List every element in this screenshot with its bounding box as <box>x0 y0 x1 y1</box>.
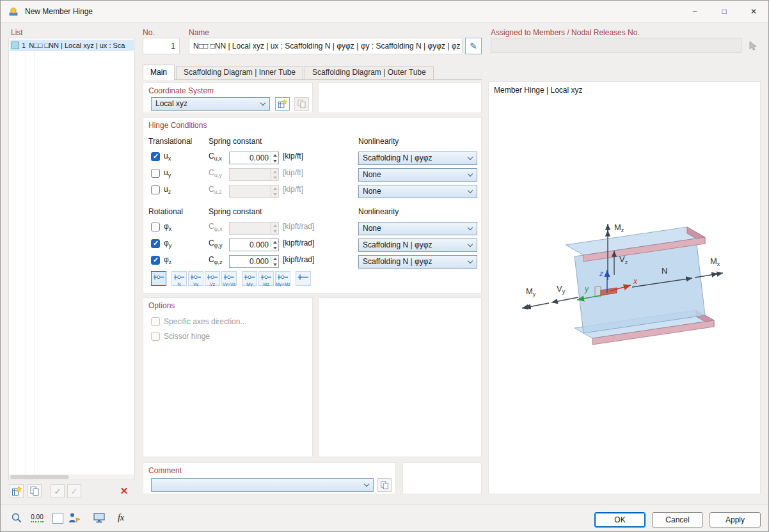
checkbox-scissor-hinge <box>151 332 160 341</box>
coordinate-system-select[interactable]: Local xyz <box>151 97 270 111</box>
select-check-button[interactable]: ✓ <box>51 484 65 498</box>
preset-rigid-button[interactable] <box>296 271 311 286</box>
moment-my-arrow-head2 <box>525 308 527 308</box>
ok-button[interactable]: OK <box>594 512 646 528</box>
rotational-header: Rotational <box>148 207 183 216</box>
nonlinearity-select-uz[interactable]: None <box>358 185 477 198</box>
nonlinearity-select-phiy[interactable]: Scaffolding N | φyφz <box>358 239 477 252</box>
new-item-button[interactable] <box>10 484 24 498</box>
nonlinearity-select-phiz[interactable]: Scaffolding N | φyφz <box>358 255 477 269</box>
hinge-list[interactable]: 1 N□□ □NN | Local xyz | ux : Sca <box>8 38 135 480</box>
close-button[interactable]: ✕ <box>739 1 768 22</box>
checkbox-uy[interactable] <box>151 169 160 178</box>
spring-input-phiy[interactable]: 0.000 <box>229 239 279 251</box>
decimal-places-button[interactable]: 0.00 <box>29 511 45 525</box>
comment-title: Comment <box>148 466 182 475</box>
spring-input-phiz[interactable]: 0.000 <box>229 255 279 268</box>
nonlinearity-select-phix[interactable]: None <box>358 222 477 235</box>
list-item-text: N□□ □NN | Local xyz | ux : Sca <box>29 42 125 49</box>
unit-phiz: [kipft/rad] <box>283 255 314 264</box>
spring-constant-header: Spring constant <box>209 137 262 146</box>
select-members-button <box>744 38 761 54</box>
list-grid-line <box>35 38 35 474</box>
spring-label-cuy: Cu,y <box>209 168 222 178</box>
preset-n-button[interactable]: N <box>171 271 187 286</box>
delete-icon: ✕ <box>120 485 129 497</box>
window-title: New Member Hinge <box>25 7 93 16</box>
spinner-phiy[interactable] <box>271 239 278 251</box>
find-button[interactable] <box>10 511 24 525</box>
color-swatch-button[interactable] <box>51 511 65 525</box>
delete-item-button[interactable]: ✕ <box>117 484 131 498</box>
scrollbar-thumb[interactable] <box>10 475 69 479</box>
tab-main[interactable]: Main <box>143 65 175 80</box>
assign-to-members-button[interactable] <box>66 511 83 525</box>
new-item-icon <box>12 486 22 496</box>
options-title: Options <box>148 301 175 310</box>
tab-scaffolding-outer-tube[interactable]: Scaffolding Diagram | Outer Tube <box>305 66 434 79</box>
checkbox-phiy[interactable] <box>151 239 160 248</box>
hinge-glyph-icon <box>154 274 164 280</box>
axis-label-phiy: φy <box>164 239 171 249</box>
nonlinearity-select-uy[interactable]: None <box>358 168 477 182</box>
nonlinearity-header: Nonlinearity <box>358 137 399 146</box>
axis-label-uz: uz <box>164 185 171 195</box>
function-editor-button[interactable]: fx <box>113 511 129 525</box>
nonlinearity-select-ux[interactable]: Scaffolding N | φyφz <box>358 152 477 165</box>
assigned-members-field <box>491 38 741 53</box>
spring-input-ux[interactable]: 0.000 <box>229 152 279 164</box>
check-disabled-icon: ✓ <box>71 487 78 496</box>
copy-item-button[interactable] <box>28 484 42 498</box>
no-label: No. <box>143 28 155 37</box>
preview-panel: Member Hinge | Local xyz <box>488 81 761 494</box>
label-vy: Vy <box>557 284 566 295</box>
hinge-row-phix: φx Cφ,x [kipft/rad] None <box>143 221 481 235</box>
comment-panel: Comment <box>143 462 396 494</box>
preset-my-mz-button[interactable]: My+Mz <box>275 271 290 286</box>
coordinate-system-value: Local xyz <box>155 99 187 108</box>
display-settings-button[interactable] <box>91 511 107 525</box>
hinge-row-phiy: φy Cφ,y 0.000 [kipft/rad] Scaffolding N … <box>143 238 481 252</box>
name-field[interactable]: N□□ □NN | Local xyz | ux : Scaffolding N… <box>189 38 463 54</box>
checkbox-phiz[interactable] <box>151 256 160 265</box>
list-item-1[interactable]: 1 N□□ □NN | Local xyz | ux : Sca <box>10 40 134 51</box>
new-coordinate-system-button[interactable] <box>275 97 290 111</box>
tab-scaffolding-inner-tube[interactable]: Scaffolding Diagram | Inner Tube <box>176 66 303 79</box>
comment-select[interactable] <box>151 478 374 492</box>
maximize-button[interactable]: □ <box>710 1 739 22</box>
apply-button[interactable]: Apply <box>710 512 761 528</box>
checkbox-ux[interactable] <box>151 152 160 161</box>
pencil-icon: ✎ <box>470 41 477 51</box>
label-y: y <box>584 285 589 293</box>
unit-phix: [kipft/rad] <box>283 222 314 231</box>
preset-vy-button[interactable]: Vy <box>188 271 203 286</box>
window-titlebar[interactable]: New Member Hinge – □ ✕ <box>1 1 768 23</box>
copy-comment-button[interactable] <box>377 478 392 492</box>
preset-vy-vz-button[interactable]: Vy+Vz <box>221 271 237 286</box>
spring-label-cphiz: Cφ,z <box>209 255 223 265</box>
cancel-button[interactable]: Cancel <box>652 512 703 528</box>
label-mz: Mz <box>614 223 624 233</box>
spinner-uy <box>271 169 278 180</box>
white-swatch-icon <box>52 513 63 524</box>
check-icon: ✓ <box>54 487 61 496</box>
checkbox-uz[interactable] <box>151 185 160 194</box>
checkbox-specific-axes <box>151 317 160 326</box>
edit-name-button[interactable]: ✎ <box>465 38 482 54</box>
checkbox-phix[interactable] <box>151 223 160 231</box>
spinner-ux[interactable] <box>271 152 278 164</box>
spinner-uz <box>271 185 278 197</box>
list-item-number: 1 <box>22 42 26 49</box>
preset-my-button[interactable]: My <box>242 271 257 286</box>
edit-coordinate-system-button <box>294 97 309 111</box>
unit-uy: [kip/ft] <box>283 168 303 177</box>
preset-vz-button[interactable]: Vz <box>205 271 220 286</box>
spinner-phiz[interactable] <box>271 256 278 267</box>
preset-mz-button[interactable]: Mz <box>258 271 274 286</box>
unit-uz: [kip/ft] <box>283 185 303 194</box>
horizontal-scrollbar[interactable] <box>9 474 134 480</box>
deselect-check-button[interactable]: ✓ <box>67 484 81 498</box>
spinner-phix <box>271 223 278 234</box>
minimize-button[interactable]: – <box>680 1 710 22</box>
preset-current-button[interactable] <box>151 271 166 286</box>
